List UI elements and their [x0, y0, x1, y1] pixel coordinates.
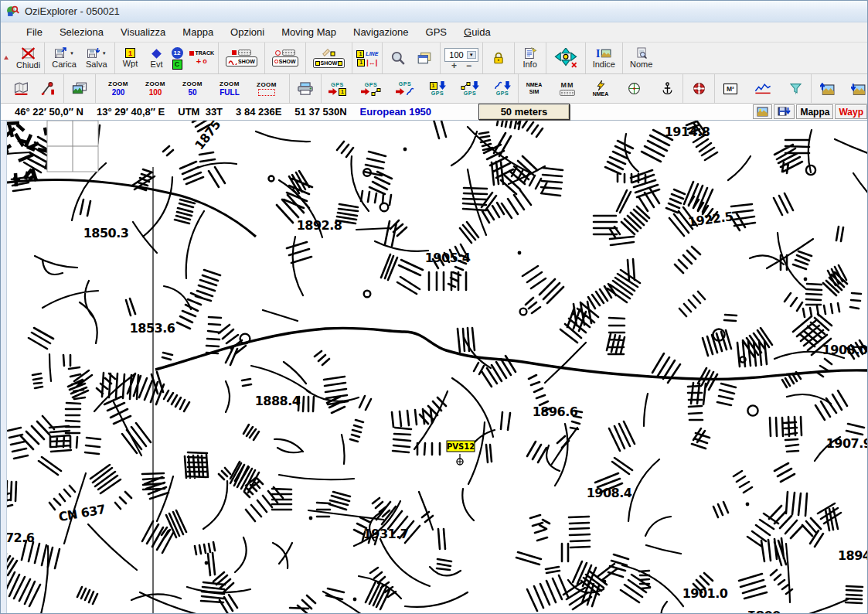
zoom-presets-group: ZOOM 200 ZOOM 100 ZOOM 50 ZOOM FULL ZOOM — [96, 74, 290, 103]
zoom-tools-group — [383, 43, 441, 73]
waypoint-list-button[interactable]: Wayp — [835, 104, 867, 119]
wp-glyph: 1 — [430, 82, 437, 90]
gps-send-waypoints-button[interactable]: GPS 1 — [325, 81, 349, 97]
map-check-button[interactable] — [10, 81, 33, 96]
save-image-button[interactable] — [774, 104, 795, 119]
red-arrow-icon — [361, 88, 369, 95]
magnify-button[interactable] — [386, 49, 410, 67]
map-sinkhole-symbol — [747, 405, 757, 415]
track-label[interactable]: TRACK — [196, 50, 215, 56]
filter-button[interactable] — [784, 82, 807, 95]
zoom-50-button[interactable]: ZOOM 50 — [179, 80, 206, 97]
map-spot-dot — [746, 503, 750, 507]
compass-button[interactable] — [622, 81, 645, 96]
zoom-200-button[interactable]: ZOOM 200 — [105, 80, 131, 97]
help-group — [683, 74, 715, 103]
nmea-sim-button[interactable]: NMEA SIM — [523, 81, 546, 96]
menu-guida[interactable]: Guida — [455, 23, 499, 41]
name-search-button[interactable]: Nome — [627, 46, 655, 70]
gps-get-track-button[interactable]: GPS — [458, 80, 482, 97]
image-up-icon — [820, 83, 835, 95]
image-io-group — [812, 74, 868, 103]
save-button[interactable]: ▼ Salva — [83, 46, 111, 70]
waypoint-group: 1 Wpt Evt 12 C TRACK + o — [115, 43, 220, 73]
gps-get-route-button[interactable]: GPS — [491, 80, 514, 97]
printer-icon — [297, 82, 314, 95]
pages-icon — [417, 51, 432, 65]
event-button[interactable]: Evt — [145, 47, 168, 70]
print-button[interactable] — [294, 81, 317, 96]
save-dropdown-caret[interactable]: ▼ — [102, 51, 107, 56]
show-track-button[interactable]: SHOW — [223, 49, 260, 67]
waypoint-button[interactable]: 1 Wpt — [119, 47, 142, 69]
map-tools-group — [1, 74, 64, 103]
image-import-button[interactable] — [815, 82, 839, 96]
pan-arrows-icon — [553, 48, 578, 68]
line-tool-label[interactable]: LINE — [366, 51, 378, 56]
map-spot-dot — [353, 598, 357, 602]
zoom-combo-caret[interactable]: ▼ — [467, 51, 476, 59]
ruler-icon[interactable]: |↔| — [366, 59, 377, 67]
map-spot-dot — [403, 148, 407, 152]
wp-page-icon[interactable]: 1 — [356, 50, 364, 58]
toolbar-grip-group: Chiudi — [1, 43, 45, 73]
menu-gps[interactable]: GPS — [417, 23, 455, 41]
toolbar-drag-handle[interactable] — [2, 53, 10, 63]
map-hachure-texture — [1, 121, 866, 613]
status-longitude: 13° 29′ 40,8″ E — [97, 106, 165, 118]
track-point-icon[interactable]: o — [203, 57, 207, 65]
map-tools-button[interactable] — [36, 81, 60, 96]
map-images-button[interactable] — [68, 81, 91, 96]
map-scale-button[interactable]: 50 meters — [478, 104, 570, 120]
track-color-swatch — [189, 51, 194, 56]
zoom-level-combo[interactable]: 100 ▼ — [444, 48, 478, 62]
wp-distance-icon[interactable]: 1 — [357, 59, 365, 67]
info-button[interactable]: Info — [519, 46, 542, 70]
area-button[interactable]: M² — [719, 83, 742, 95]
comment-icon[interactable]: C — [172, 60, 182, 70]
profile-button[interactable] — [751, 82, 774, 95]
show-route-button[interactable]: SHOW — [310, 47, 349, 69]
help-button[interactable] — [687, 81, 710, 96]
zoom-100-button[interactable]: ZOOM 100 — [142, 80, 168, 97]
track-plus-icon[interactable]: + — [196, 56, 201, 66]
map-elevation-label: 1896.6 — [533, 404, 578, 419]
load-button[interactable]: ▼ Carica — [49, 46, 80, 70]
image-export-button[interactable] — [846, 82, 868, 96]
index-button[interactable]: I Indice — [590, 46, 618, 70]
zoom-area-button[interactable]: ZOOM — [254, 80, 280, 97]
menu-seleziona[interactable]: Seleziona — [51, 23, 112, 41]
gps-send-track-button[interactable]: GPS — [358, 81, 384, 97]
menu-visualizza[interactable]: Visualizza — [112, 23, 174, 41]
anchor-button[interactable] — [655, 81, 679, 96]
close-map-button[interactable]: Chiudi — [13, 46, 43, 70]
gps-get-waypoints-button[interactable]: 1 GPS — [426, 80, 449, 97]
show-route-box: SHOW — [313, 58, 345, 68]
load-dropdown-caret[interactable]: ▼ — [70, 51, 74, 56]
map-list-button[interactable]: Mappa — [796, 104, 833, 119]
pages-button[interactable] — [413, 50, 436, 66]
zoom-full-button[interactable]: ZOOM FULL — [216, 80, 243, 97]
waypoint-number-icon[interactable]: 12 — [172, 47, 183, 59]
m2-icon: M² — [723, 84, 737, 94]
lock-button[interactable] — [487, 51, 510, 66]
menu-navigazione[interactable]: Navigazione — [345, 23, 417, 41]
menu-file[interactable]: File — [18, 23, 51, 41]
pan-control[interactable] — [550, 47, 581, 69]
map-elevation-label: 1907.9 — [826, 436, 867, 451]
zoom-50-value: 50 — [188, 88, 196, 97]
zoom-in-button[interactable]: + — [451, 63, 457, 69]
info-group: Info — [515, 43, 546, 73]
nmea-monitor-button[interactable]: NMEA — [589, 80, 612, 98]
zoom-out-button[interactable]: − — [466, 63, 471, 69]
gps-send-route-button[interactable]: GPS — [393, 80, 417, 97]
menu-moving-map[interactable]: Moving Map — [273, 23, 345, 41]
points-show-group: SHOW — [265, 43, 306, 73]
menu-opzioni[interactable]: Opzioni — [222, 23, 273, 41]
menu-mappa[interactable]: Mappa — [174, 23, 222, 41]
show-points-box: SHOW — [272, 56, 298, 67]
show-points-button[interactable]: SHOW — [269, 49, 301, 67]
moving-map-button[interactable]: MM — [556, 80, 579, 97]
map-view[interactable]: 18751914.81850.31922.51892.81905.41853.6… — [1, 121, 867, 613]
screenshot-button[interactable] — [753, 104, 772, 119]
